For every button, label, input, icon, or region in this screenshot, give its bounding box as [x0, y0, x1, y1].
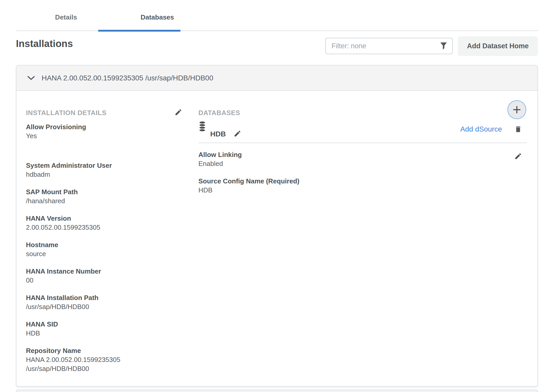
field-value: HDB [26, 329, 175, 338]
tab-details[interactable]: Details [42, 13, 90, 21]
field-hana-sid: HANA SID HDB [26, 320, 182, 338]
field-value: 2.00.052.00.1599235305 [26, 223, 175, 232]
add-dsource-link[interactable]: Add dSource [460, 125, 502, 133]
installation-details-section: INSTALLATION DETAILS Allow Provisioning … [26, 108, 182, 382]
databases-section: DATABASES HDB Add dSource [198, 108, 527, 382]
field-allow-provisioning: Allow Provisioning Yes [26, 123, 182, 141]
field-label: HANA Installation Path [26, 293, 182, 302]
field-value: /usr/sap/HDB/HDB00 [26, 302, 175, 311]
field-value: Yes [26, 132, 175, 141]
field-allow-linking: Allow Linking Enabled [198, 150, 242, 168]
tab-bar: Details Databases [16, 0, 538, 31]
field-value: 00 [26, 276, 175, 285]
add-dataset-home-button[interactable]: Add Dataset Home [458, 36, 538, 56]
field-label: HANA SID [26, 320, 182, 329]
installation-title: HANA 2.00.052.00.1599235305 /usr/sap/HDB… [42, 74, 213, 82]
field-value: HANA 2.00.052.00.1599235305 /usr/sap/HDB… [26, 355, 175, 373]
plus-icon [512, 105, 521, 114]
field-label: Allow Provisioning [26, 123, 182, 132]
field-value: HDB [198, 186, 347, 195]
edit-database-icon[interactable] [234, 130, 241, 137]
databases-heading: DATABASES [198, 108, 240, 117]
field-repository-name: Repository Name HANA 2.00.052.00.1599235… [26, 346, 182, 373]
field-hostname: Hostname source [26, 240, 182, 258]
field-source-config-name: Source Config Name (Required) HDB [198, 177, 527, 195]
installation-panel-header[interactable]: HANA 2.00.052.00.1599235305 /usr/sap/HDB… [16, 66, 537, 91]
field-value: source [26, 249, 175, 258]
filter-funnel-icon[interactable] [440, 42, 447, 50]
installation-panel-body: INSTALLATION DETAILS Allow Provisioning … [16, 91, 537, 382]
edit-installation-icon[interactable] [175, 108, 182, 116]
field-label: SAP Mount Path [26, 188, 182, 197]
field-hana-installation-path: HANA Installation Path /usr/sap/HDB/HDB0… [26, 293, 182, 311]
field-label: System Administrator User [26, 161, 182, 170]
field-hana-instance-number: HANA Instance Number 00 [26, 267, 182, 285]
field-label: Hostname [26, 240, 182, 249]
filter-input[interactable] [325, 38, 453, 54]
field-sap-mount-path: SAP Mount Path /hana/shared [26, 188, 182, 206]
edit-linking-icon[interactable] [514, 152, 522, 160]
add-database-button[interactable] [507, 100, 526, 119]
field-value: hdbadm [26, 170, 175, 179]
allow-linking-row: Allow Linking Enabled [198, 150, 527, 177]
delete-database-icon[interactable] [514, 125, 522, 133]
tab-databases[interactable]: Databases [119, 13, 196, 21]
installations-header: Installations Add Dataset Home [16, 31, 538, 65]
installation-panel: HANA 2.00.052.00.1599235305 /usr/sap/HDB… [16, 65, 538, 387]
database-name: HDB [210, 130, 226, 138]
database-row: HDB Add dSource [198, 121, 527, 138]
field-value: /hana/shared [26, 197, 175, 206]
field-value: Enabled [198, 159, 242, 168]
field-label: Allow Linking [198, 150, 242, 159]
chevron-down-icon [27, 76, 35, 80]
database-icon [198, 121, 206, 132]
filter-box [325, 38, 453, 54]
page-title: Installations [16, 38, 73, 49]
field-hana-version: HANA Version 2.00.052.00.1599235305 [26, 214, 182, 232]
field-system-administrator-user: System Administrator User hdbadm [26, 161, 182, 179]
database-divider [198, 143, 527, 143]
field-label: HANA Version [26, 214, 182, 223]
installation-details-heading: INSTALLATION DETAILS [26, 108, 106, 117]
field-label: Repository Name [26, 346, 182, 355]
field-label: Source Config Name (Required) [198, 177, 527, 186]
field-label: HANA Instance Number [26, 267, 182, 276]
next-installation-panel-header[interactable] [16, 390, 538, 392]
